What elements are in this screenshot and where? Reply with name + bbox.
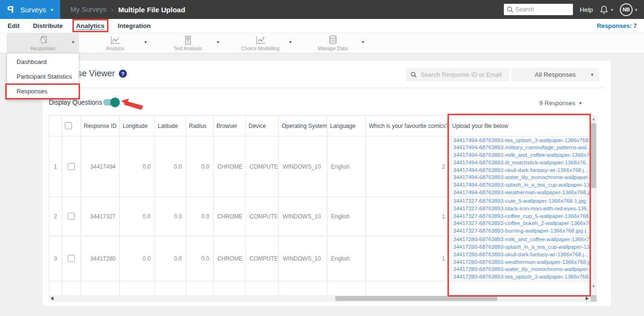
file-link[interactable]: 34417327-68763893-black-iron-man-with-re…: [453, 205, 587, 213]
tab-analytics[interactable]: Analytics: [76, 22, 105, 29]
col-longitude[interactable]: Longitude: [120, 116, 155, 136]
col-os[interactable]: Operating System: [279, 116, 327, 136]
scroll-right-icon[interactable]: [586, 297, 589, 300]
table-row: 2 34417327 0.0 0.0 0.0 CHROME COMPUTER W…: [49, 197, 591, 236]
row-checkbox[interactable]: [68, 213, 75, 220]
toolbar-manage-data-button[interactable]: Manage Data ▾: [296, 33, 369, 53]
text-analysis-icon: [184, 36, 192, 45]
vertical-scroll-thumb[interactable]: [591, 123, 596, 188]
breadcrumb-current: Multiple File Upload: [118, 6, 185, 14]
display-questions-toggle[interactable]: [103, 99, 118, 106]
response-search-input[interactable]: [406, 68, 509, 81]
cell-longitude: 0.0: [120, 236, 155, 281]
col-upload[interactable]: Upload your file below: [449, 116, 591, 136]
scroll-left-icon[interactable]: [51, 297, 54, 300]
survey-nav-tabs: Edit Distribute Analytics Integration Re…: [0, 19, 644, 33]
response-id-link[interactable]: 34417494: [81, 136, 120, 197]
tab-integration[interactable]: Integration: [118, 22, 151, 29]
row-number: [49, 281, 62, 296]
menu-item-responses[interactable]: Responses: [7, 84, 79, 99]
responses-counter[interactable]: Responses: 7: [597, 22, 637, 29]
select-all-checkbox[interactable]: [65, 122, 72, 129]
cell-device: COMPUTER: [246, 136, 279, 197]
responses-count-dropdown[interactable]: 9 Responses ▾: [539, 99, 581, 107]
table-header-row: Response ID▲ Longitude Latitude Radius B…: [49, 116, 591, 136]
file-link[interactable]: 34417280-68763893-water_lily_monochrome-…: [453, 266, 587, 273]
tab-distribute[interactable]: Distribute: [33, 22, 63, 29]
app-menu-label: Surveys: [20, 6, 46, 14]
cell-files: 34417247-68763893-military_camouflage_pa…: [449, 281, 591, 296]
cell-language: English: [327, 136, 366, 197]
response-id-link[interactable]: 34417280: [81, 236, 120, 281]
responses-filter-select[interactable]: All Responses ▾: [511, 68, 599, 81]
col-radius[interactable]: Radius: [186, 116, 214, 136]
cell-latitude: 0.0: [155, 236, 186, 281]
scroll-down-icon[interactable]: ▼: [590, 283, 597, 289]
analytics-toolbar: Responses ▾ Analysis ▾ Text Analysis ▾ C…: [0, 33, 644, 54]
questionpro-logo: P: [7, 4, 14, 15]
cell-longitude: 0.0: [120, 136, 155, 197]
file-link[interactable]: 34417494-68763893-weatherman-wallpaper-1…: [453, 189, 587, 197]
file-link[interactable]: 34417327-68763893-coffee_cup_5-wallpaper…: [453, 213, 587, 220]
file-link[interactable]: 34417327-68763893-coffee_bokeh_2-wallpap…: [453, 220, 587, 227]
cell-radius: [186, 281, 214, 296]
cell-files: 34417494-68763893-tea_splash_3-wallpaper…: [449, 136, 591, 197]
file-link[interactable]: 34417494-68763893-milk_and_coffee-wallpa…: [453, 152, 587, 159]
cell-radius: 0.0: [186, 197, 214, 236]
horizontal-scroll-thumb[interactable]: [335, 296, 497, 301]
col-browser[interactable]: Browser: [214, 116, 246, 136]
cell-os: WINDOWS_10: [279, 136, 327, 197]
cell-comics: 1: [366, 197, 449, 236]
tab-edit[interactable]: Edit: [8, 22, 20, 29]
chevron-down-icon: ▾: [635, 7, 637, 12]
file-link[interactable]: 34417494-68763893-tea_splash_3-wallpaper…: [453, 137, 587, 144]
file-link[interactable]: 34417280-68763893-splash_in_a_tea_cup-wa…: [453, 244, 587, 251]
account-menu[interactable]: NB ▾: [620, 3, 637, 16]
row-checkbox[interactable]: [68, 163, 75, 170]
file-link[interactable]: 34417280-68763893-milk_and_coffee-wallpa…: [453, 236, 587, 244]
file-link[interactable]: 34417327-68763893-cute_5-wallpaper-1366x…: [453, 198, 587, 205]
breadcrumb-parent[interactable]: My Surveys: [71, 6, 107, 13]
toolbar-text-analysis-button[interactable]: Text Analysis ▾: [152, 33, 224, 53]
toolbar-choice-modelling-button[interactable]: Choice Modelling ▾: [224, 33, 296, 53]
notifications-menu[interactable]: ▾: [599, 5, 613, 15]
toolbar-analysis-button[interactable]: Analysis ▾: [79, 33, 152, 53]
chevron-down-icon: ▾: [579, 100, 581, 106]
file-link[interactable]: 34417494-68763893-splash_in_a_tea_cup-wa…: [453, 181, 587, 189]
cell-comics: [366, 281, 449, 296]
file-link[interactable]: 34417280-68763893-skull-dark-fantasy-wr-…: [453, 251, 587, 259]
scrollbar-corner: [590, 295, 597, 302]
file-link[interactable]: 34417327-68763893-burning-wallpaper-1366…: [453, 227, 587, 235]
global-search: [504, 4, 573, 15]
menu-item-dashboard[interactable]: Dashboard: [7, 54, 79, 69]
scroll-up-icon[interactable]: ▲: [590, 116, 597, 122]
file-link[interactable]: 34417280-68763893-tea_splash_3-wallpaper…: [453, 273, 587, 281]
cell-device: COMPUTER: [246, 236, 279, 281]
file-link[interactable]: 34417494-68763893-military_camouflage_pa…: [453, 144, 587, 152]
cell-browser: [214, 281, 246, 296]
toolbar-responses-button[interactable]: Responses ▾: [7, 33, 79, 53]
col-latitude[interactable]: Latitude: [155, 116, 186, 136]
col-comics[interactable]: Which is your favourite comics?: [366, 116, 449, 136]
app-menu[interactable]: P Surveys ▾: [0, 0, 60, 19]
col-language[interactable]: Language: [327, 116, 366, 136]
row-checkbox[interactable]: [68, 255, 75, 262]
file-link[interactable]: 34417494-68763893-skull-dark-fantasy-wr-…: [453, 167, 587, 174]
global-search-input[interactable]: [504, 4, 573, 15]
row-number: 1: [49, 136, 62, 197]
file-link[interactable]: 34417494-68763893-water_lily_monochrome-…: [453, 174, 587, 181]
table-vertical-scrollbar[interactable]: ▲ ▼: [590, 115, 597, 295]
manage-data-icon: [328, 36, 338, 45]
help-icon[interactable]: ?: [119, 70, 127, 78]
file-link[interactable]: 34417494-68763893-lit_matchstick-wallpap…: [453, 159, 587, 167]
cell-browser: CHROME: [214, 197, 246, 236]
file-link[interactable]: 34417280-68763893-weatherman-wallpaper-1…: [453, 259, 587, 266]
help-link[interactable]: Help: [580, 6, 593, 13]
row-number: 2: [49, 197, 62, 236]
annotation-arrow: [121, 99, 145, 111]
col-device[interactable]: Device: [246, 116, 279, 136]
table-horizontal-scrollbar[interactable]: [49, 295, 597, 302]
col-response-id[interactable]: Response ID▲: [81, 116, 120, 136]
menu-item-participant-statistics[interactable]: Participant Statistics: [7, 69, 79, 84]
response-id-link[interactable]: 34417327: [81, 197, 120, 236]
